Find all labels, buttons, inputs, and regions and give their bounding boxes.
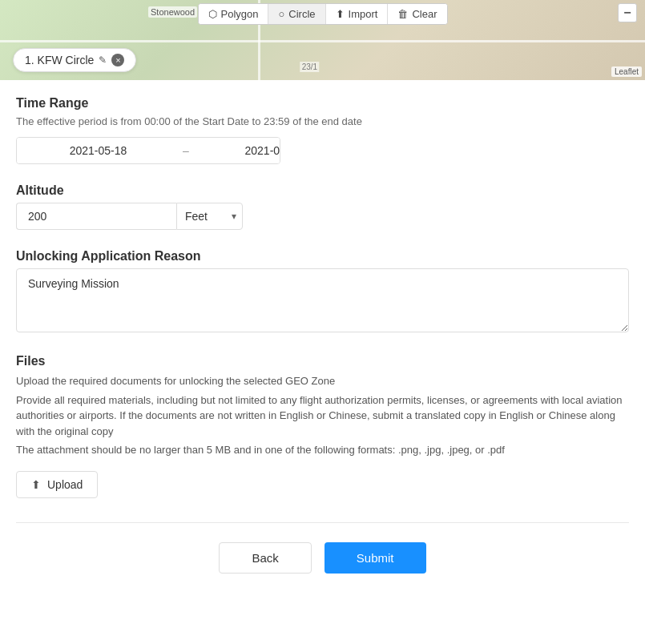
reason-section: Unlocking Application Reason Surveying M… <box>16 249 629 335</box>
time-range-section: Time Range The effective period is from … <box>16 96 629 164</box>
upload-button[interactable]: ⬆ Upload <box>16 471 98 498</box>
polygon-icon: ⬡ <box>208 8 217 20</box>
date-range-container: – <box>16 137 280 164</box>
unit-select-wrapper: Feet Meters <box>176 203 243 230</box>
submit-button[interactable]: Submit <box>325 542 426 574</box>
altitude-section: Altitude Feet Meters <box>16 183 629 230</box>
zoom-out-button[interactable]: − <box>618 3 637 22</box>
trash-icon: 🗑 <box>397 8 408 20</box>
files-desc2: Provide all required materials, includin… <box>16 392 629 440</box>
divider <box>16 522 629 523</box>
edit-icon[interactable]: ✎ <box>99 54 107 66</box>
footer-buttons: Back Submit <box>16 542 629 590</box>
date-separator: – <box>179 144 192 157</box>
altitude-container: Feet Meters <box>16 203 240 230</box>
files-desc3: The attachment should be no larger than … <box>16 442 629 458</box>
reason-textarea[interactable]: Surveying Mission <box>16 268 629 332</box>
upload-label: Upload <box>47 478 83 491</box>
map-container: Stonewood 23/1 ⬡ Polygon ○ Circle ⬆ Impo… <box>0 0 645 80</box>
files-desc1: Upload the required documents for unlock… <box>16 373 629 389</box>
tile-number: 23/1 <box>300 62 319 72</box>
reason-title: Unlocking Application Reason <box>16 249 629 264</box>
kfw-badge-label: 1. KFW Circle <box>25 54 94 66</box>
close-icon[interactable]: × <box>111 54 124 66</box>
clear-tool-button[interactable]: 🗑 Clear <box>388 4 446 24</box>
polygon-tool-button[interactable]: ⬡ Polygon <box>199 4 269 24</box>
leaflet-badge: Leaflet <box>611 66 642 77</box>
upload-icon: ⬆ <box>31 478 41 491</box>
files-title: Files <box>16 354 629 368</box>
import-icon: ⬆ <box>336 8 345 20</box>
import-tool-button[interactable]: ⬆ Import <box>326 4 389 24</box>
altitude-input[interactable] <box>16 203 176 230</box>
altitude-title: Altitude <box>16 183 629 198</box>
circle-icon: ○ <box>278 8 284 20</box>
kfw-circle-badge: 1. KFW Circle ✎ × <box>13 48 136 72</box>
stonewood-label: Stonewood <box>148 6 197 18</box>
start-date-input[interactable] <box>17 138 179 163</box>
back-button[interactable]: Back <box>219 542 311 574</box>
map-toolbar: ⬡ Polygon ○ Circle ⬆ Import 🗑 Clear <box>198 3 448 25</box>
end-date-input[interactable] <box>192 138 280 163</box>
time-range-title: Time Range <box>16 96 629 111</box>
content-area: Time Range The effective period is from … <box>0 80 645 606</box>
files-section: Files Upload the required documents for … <box>16 354 629 498</box>
time-range-subtitle: The effective period is from 00:00 of th… <box>16 115 629 127</box>
circle-tool-button[interactable]: ○ Circle <box>268 4 325 24</box>
unit-select[interactable]: Feet Meters <box>176 203 243 230</box>
